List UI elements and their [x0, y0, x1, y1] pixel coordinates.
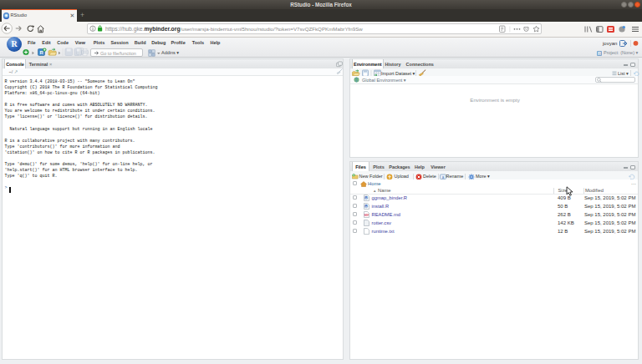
- svg-text:md: md: [364, 213, 368, 216]
- svg-text:R: R: [598, 51, 601, 56]
- svg-text:R: R: [364, 205, 367, 208]
- svg-text:R: R: [364, 196, 367, 200]
